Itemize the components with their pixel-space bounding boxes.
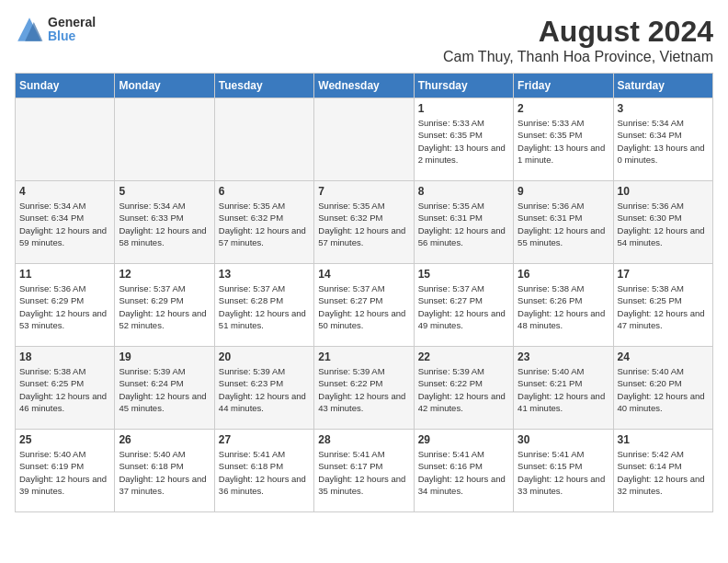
day-number: 11 bbox=[19, 268, 110, 281]
day-number: 19 bbox=[119, 350, 210, 363]
day-number: 21 bbox=[318, 350, 409, 363]
day-info: Sunrise: 5:40 AM Sunset: 6:18 PM Dayligh… bbox=[119, 448, 210, 497]
day-number: 31 bbox=[618, 433, 709, 446]
calendar-cell: 14Sunrise: 5:37 AM Sunset: 6:27 PM Dayli… bbox=[314, 264, 414, 347]
calendar-cell bbox=[314, 98, 414, 181]
calendar-cell: 27Sunrise: 5:41 AM Sunset: 6:18 PM Dayli… bbox=[214, 430, 313, 512]
day-info: Sunrise: 5:39 AM Sunset: 6:24 PM Dayligh… bbox=[119, 365, 210, 414]
day-number: 12 bbox=[119, 268, 210, 281]
calendar-cell: 10Sunrise: 5:36 AM Sunset: 6:30 PM Dayli… bbox=[613, 181, 712, 264]
day-number: 27 bbox=[219, 433, 310, 446]
day-number: 18 bbox=[19, 350, 110, 363]
calendar-cell: 7Sunrise: 5:35 AM Sunset: 6:32 PM Daylig… bbox=[314, 181, 414, 264]
day-number: 16 bbox=[518, 268, 609, 281]
calendar-cell: 9Sunrise: 5:36 AM Sunset: 6:31 PM Daylig… bbox=[514, 181, 613, 264]
day-info: Sunrise: 5:35 AM Sunset: 6:32 PM Dayligh… bbox=[219, 200, 310, 248]
week-row-5: 25Sunrise: 5:40 AM Sunset: 6:19 PM Dayli… bbox=[16, 430, 713, 512]
calendar-cell: 28Sunrise: 5:41 AM Sunset: 6:17 PM Dayli… bbox=[314, 430, 414, 512]
day-info: Sunrise: 5:41 AM Sunset: 6:18 PM Dayligh… bbox=[219, 448, 310, 497]
week-row-2: 4Sunrise: 5:34 AM Sunset: 6:34 PM Daylig… bbox=[16, 181, 713, 264]
title-section: August 2024 Cam Thuy, Thanh Hoa Province… bbox=[443, 15, 713, 65]
day-number: 20 bbox=[219, 350, 310, 363]
day-info: Sunrise: 5:36 AM Sunset: 6:31 PM Dayligh… bbox=[518, 200, 609, 248]
day-info: Sunrise: 5:33 AM Sunset: 6:35 PM Dayligh… bbox=[418, 117, 509, 166]
day-info: Sunrise: 5:38 AM Sunset: 6:25 PM Dayligh… bbox=[618, 282, 709, 331]
column-header-monday: Monday bbox=[115, 74, 214, 98]
calendar-cell bbox=[214, 98, 313, 181]
calendar-cell: 31Sunrise: 5:42 AM Sunset: 6:14 PM Dayli… bbox=[613, 430, 712, 512]
column-header-tuesday: Tuesday bbox=[214, 74, 313, 98]
day-info: Sunrise: 5:39 AM Sunset: 6:22 PM Dayligh… bbox=[318, 365, 409, 414]
calendar-cell: 21Sunrise: 5:39 AM Sunset: 6:22 PM Dayli… bbox=[314, 347, 414, 430]
day-number: 26 bbox=[119, 433, 210, 446]
day-number: 8 bbox=[418, 185, 509, 198]
day-number: 25 bbox=[19, 433, 110, 446]
day-info: Sunrise: 5:40 AM Sunset: 6:20 PM Dayligh… bbox=[618, 365, 709, 414]
calendar-cell: 1Sunrise: 5:33 AM Sunset: 6:35 PM Daylig… bbox=[414, 98, 513, 181]
day-number: 10 bbox=[618, 185, 709, 198]
day-info: Sunrise: 5:41 AM Sunset: 6:15 PM Dayligh… bbox=[518, 448, 609, 497]
calendar-title: August 2024 bbox=[443, 15, 713, 49]
calendar-cell: 18Sunrise: 5:38 AM Sunset: 6:25 PM Dayli… bbox=[16, 347, 115, 430]
day-number: 2 bbox=[518, 102, 609, 115]
day-number: 29 bbox=[418, 433, 509, 446]
day-number: 17 bbox=[618, 268, 709, 281]
day-number: 5 bbox=[119, 185, 210, 198]
day-number: 22 bbox=[418, 350, 509, 363]
calendar-cell: 30Sunrise: 5:41 AM Sunset: 6:15 PM Dayli… bbox=[514, 430, 613, 512]
day-info: Sunrise: 5:40 AM Sunset: 6:21 PM Dayligh… bbox=[518, 365, 609, 414]
header: General Blue August 2024 Cam Thuy, Thanh… bbox=[15, 15, 713, 65]
day-info: Sunrise: 5:36 AM Sunset: 6:30 PM Dayligh… bbox=[618, 200, 709, 248]
day-number: 4 bbox=[19, 185, 110, 198]
calendar-cell: 5Sunrise: 5:34 AM Sunset: 6:33 PM Daylig… bbox=[115, 181, 214, 264]
day-info: Sunrise: 5:36 AM Sunset: 6:29 PM Dayligh… bbox=[19, 282, 110, 331]
calendar-cell: 16Sunrise: 5:38 AM Sunset: 6:26 PM Dayli… bbox=[514, 264, 613, 347]
calendar-cell: 11Sunrise: 5:36 AM Sunset: 6:29 PM Dayli… bbox=[16, 264, 115, 347]
day-info: Sunrise: 5:38 AM Sunset: 6:26 PM Dayligh… bbox=[518, 282, 609, 331]
calendar-cell: 19Sunrise: 5:39 AM Sunset: 6:24 PM Dayli… bbox=[115, 347, 214, 430]
logo-blue-text: Blue bbox=[48, 29, 96, 43]
day-info: Sunrise: 5:41 AM Sunset: 6:17 PM Dayligh… bbox=[318, 448, 409, 497]
calendar-cell: 4Sunrise: 5:34 AM Sunset: 6:34 PM Daylig… bbox=[16, 181, 115, 264]
calendar-cell bbox=[115, 98, 214, 181]
calendar-cell: 23Sunrise: 5:40 AM Sunset: 6:21 PM Dayli… bbox=[514, 347, 613, 430]
calendar-cell: 24Sunrise: 5:40 AM Sunset: 6:20 PM Dayli… bbox=[613, 347, 712, 430]
column-header-saturday: Saturday bbox=[613, 74, 712, 98]
header-row: SundayMondayTuesdayWednesdayThursdayFrid… bbox=[16, 74, 713, 98]
calendar-cell: 25Sunrise: 5:40 AM Sunset: 6:19 PM Dayli… bbox=[16, 430, 115, 512]
day-info: Sunrise: 5:35 AM Sunset: 6:32 PM Dayligh… bbox=[318, 200, 409, 248]
day-number: 7 bbox=[318, 185, 409, 198]
calendar-cell: 15Sunrise: 5:37 AM Sunset: 6:27 PM Dayli… bbox=[414, 264, 513, 347]
day-info: Sunrise: 5:38 AM Sunset: 6:25 PM Dayligh… bbox=[19, 365, 110, 414]
calendar-subtitle: Cam Thuy, Thanh Hoa Province, Vietnam bbox=[443, 49, 713, 65]
day-info: Sunrise: 5:34 AM Sunset: 6:33 PM Dayligh… bbox=[119, 200, 210, 248]
calendar-cell: 3Sunrise: 5:34 AM Sunset: 6:34 PM Daylig… bbox=[613, 98, 712, 181]
calendar-cell: 6Sunrise: 5:35 AM Sunset: 6:32 PM Daylig… bbox=[214, 181, 313, 264]
day-info: Sunrise: 5:37 AM Sunset: 6:28 PM Dayligh… bbox=[219, 282, 310, 331]
day-number: 28 bbox=[318, 433, 409, 446]
day-info: Sunrise: 5:37 AM Sunset: 6:27 PM Dayligh… bbox=[318, 282, 409, 331]
day-number: 3 bbox=[618, 102, 709, 115]
day-info: Sunrise: 5:42 AM Sunset: 6:14 PM Dayligh… bbox=[618, 448, 709, 497]
calendar-cell: 22Sunrise: 5:39 AM Sunset: 6:22 PM Dayli… bbox=[414, 347, 513, 430]
day-info: Sunrise: 5:37 AM Sunset: 6:27 PM Dayligh… bbox=[418, 282, 509, 331]
day-number: 6 bbox=[219, 185, 310, 198]
week-row-3: 11Sunrise: 5:36 AM Sunset: 6:29 PM Dayli… bbox=[16, 264, 713, 347]
day-info: Sunrise: 5:39 AM Sunset: 6:22 PM Dayligh… bbox=[418, 365, 509, 414]
day-info: Sunrise: 5:35 AM Sunset: 6:31 PM Dayligh… bbox=[418, 200, 509, 248]
day-number: 30 bbox=[518, 433, 609, 446]
day-info: Sunrise: 5:34 AM Sunset: 6:34 PM Dayligh… bbox=[618, 117, 709, 166]
day-number: 13 bbox=[219, 268, 310, 281]
day-number: 1 bbox=[418, 102, 509, 115]
calendar-cell: 2Sunrise: 5:33 AM Sunset: 6:35 PM Daylig… bbox=[514, 98, 613, 181]
column-header-friday: Friday bbox=[514, 74, 613, 98]
column-header-thursday: Thursday bbox=[414, 74, 513, 98]
week-row-1: 1Sunrise: 5:33 AM Sunset: 6:35 PM Daylig… bbox=[16, 98, 713, 181]
day-info: Sunrise: 5:34 AM Sunset: 6:34 PM Dayligh… bbox=[19, 200, 110, 248]
day-info: Sunrise: 5:41 AM Sunset: 6:16 PM Dayligh… bbox=[418, 448, 509, 497]
calendar-cell: 29Sunrise: 5:41 AM Sunset: 6:16 PM Dayli… bbox=[414, 430, 513, 512]
calendar-cell: 8Sunrise: 5:35 AM Sunset: 6:31 PM Daylig… bbox=[414, 181, 513, 264]
calendar-cell bbox=[16, 98, 115, 181]
calendar-cell: 12Sunrise: 5:37 AM Sunset: 6:29 PM Dayli… bbox=[115, 264, 214, 347]
day-info: Sunrise: 5:37 AM Sunset: 6:29 PM Dayligh… bbox=[119, 282, 210, 331]
